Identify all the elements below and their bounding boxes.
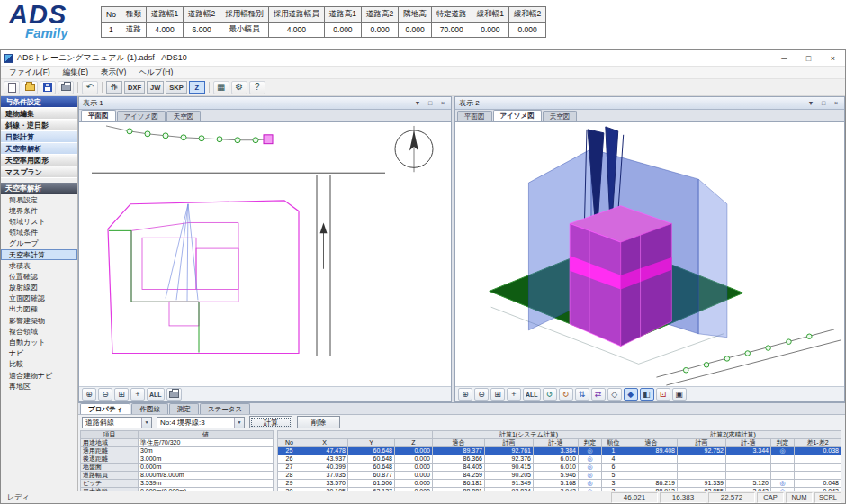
- zoom-in-button[interactable]: ⊕: [82, 388, 96, 400]
- toggle-drawing[interactable]: 作: [106, 81, 122, 94]
- sidebar-module-斜線・逆日影[interactable]: 斜線・逆日影: [1, 120, 77, 131]
- sidebar-item-適合建物ナビ[interactable]: 適合建物ナビ: [1, 370, 77, 381]
- minimize-button[interactable]: ─: [772, 50, 796, 66]
- view2-tab-平面図[interactable]: 平面図: [457, 111, 492, 122]
- menu-item-1[interactable]: ファイル(F): [3, 68, 57, 78]
- sidebar-item-影響建築物[interactable]: 影響建築物: [1, 315, 77, 326]
- fit-all-button[interactable]: ALL: [147, 388, 165, 400]
- sidebar-item-領域条件[interactable]: 領域条件: [1, 228, 77, 238]
- toggle-skp[interactable]: SKP: [166, 81, 186, 94]
- open-file-button[interactable]: [22, 81, 38, 94]
- undo-button[interactable]: ↶: [82, 81, 98, 94]
- road-cell[interactable]: 0.000: [399, 22, 432, 38]
- sidebar-item-再地区[interactable]: 再地区: [1, 381, 77, 392]
- orbit-button[interactable]: ⇅: [575, 388, 590, 400]
- capture-button[interactable]: ⊡: [656, 388, 670, 400]
- rotate-left-button[interactable]: ↺: [543, 388, 557, 400]
- maximize-button[interactable]: □: [796, 50, 821, 66]
- toggle-jw[interactable]: JW: [147, 81, 164, 94]
- zoom-window-button-2[interactable]: ⊞: [490, 388, 505, 400]
- view1-tab-平面図[interactable]: 平面図: [81, 110, 116, 122]
- sidebar-module-天空率用図形[interactable]: 天空率用図形: [1, 155, 77, 166]
- bottom-tab-ステータス[interactable]: ステータス: [200, 403, 250, 414]
- road-cell[interactable]: 0.000: [472, 22, 508, 38]
- pan-button[interactable]: +: [130, 388, 145, 400]
- sidebar-module-日影計算[interactable]: 日影計算: [1, 131, 77, 143]
- help-button[interactable]: ?: [249, 81, 266, 94]
- road-cell[interactable]: 4.000: [146, 22, 183, 38]
- sidebar-item-求積表[interactable]: 求積表: [1, 260, 77, 271]
- transparency-mode-button[interactable]: ◧: [640, 388, 654, 400]
- print-button[interactable]: [58, 81, 74, 94]
- view2-tab-アイソメ図[interactable]: アイソメ図: [493, 110, 542, 122]
- view2-pane-close-icon[interactable]: ×: [832, 100, 841, 106]
- prop-value[interactable]: 0.000m: [139, 464, 274, 472]
- save-button[interactable]: [40, 81, 56, 94]
- calc-row-27[interactable]: 2740.39960.6480.00084.40590.4156.010◎6: [278, 464, 842, 472]
- menu-item-3[interactable]: 表示(V): [94, 68, 132, 78]
- view2-pane-float-icon[interactable]: □: [819, 100, 828, 106]
- menu-item-2[interactable]: 編集(E): [57, 68, 94, 78]
- bottom-tab-作図線[interactable]: 作図線: [131, 403, 168, 414]
- bottom-tab-プロパティ[interactable]: プロパティ: [80, 403, 130, 414]
- view2-tab-天空図[interactable]: 天空図: [543, 111, 578, 122]
- sidebar-item-放射線図[interactable]: 放射線図: [1, 283, 77, 293]
- menu-item-4[interactable]: ヘルプ(H): [132, 68, 179, 78]
- sidebar-item-グループ[interactable]: グループ: [1, 238, 77, 249]
- view2-pane-menu-icon[interactable]: ▼: [806, 100, 815, 106]
- shading-mode-button[interactable]: ◆: [624, 388, 638, 400]
- prop-value[interactable]: 30m: [139, 447, 274, 455]
- view1-pane-menu-icon[interactable]: ▼: [413, 100, 422, 106]
- road-cell[interactable]: 4.000: [268, 22, 324, 38]
- view1-canvas[interactable]: [79, 122, 451, 386]
- sidebar-item-境界条件[interactable]: 境界条件: [1, 205, 77, 216]
- wireframe-mode-button[interactable]: ◇: [608, 388, 622, 400]
- road-cell[interactable]: 道路: [121, 22, 146, 38]
- prop-value[interactable]: 3.000m: [139, 455, 274, 464]
- sidebar-item-領域リスト[interactable]: 領域リスト: [1, 216, 77, 227]
- road-cell[interactable]: 70.000: [431, 22, 472, 38]
- sidebar-item-自動カット[interactable]: 自動カット: [1, 337, 77, 347]
- view2-canvas[interactable]: [455, 122, 844, 386]
- road-cell[interactable]: 最小幅員: [220, 22, 269, 38]
- delete-button[interactable]: 削除: [297, 416, 340, 428]
- sidebar-item-ナビ[interactable]: ナビ: [1, 348, 77, 359]
- chevron-down-icon[interactable]: ▼: [234, 418, 244, 428]
- chevron-down-icon[interactable]: ▼: [141, 418, 151, 428]
- selected-node-marker[interactable]: [264, 135, 273, 144]
- close-button[interactable]: ×: [821, 50, 845, 66]
- bottom-tab-測定[interactable]: 測定: [169, 403, 199, 414]
- calc-row-28[interactable]: 2837.03560.8770.00084.25990.2055.946◎5: [278, 472, 842, 480]
- road-cell[interactable]: 0.000: [362, 22, 399, 38]
- sidebar-item-立面図確認[interactable]: 立面図確認: [1, 293, 77, 304]
- view1-pane-float-icon[interactable]: □: [426, 100, 435, 106]
- prop-value[interactable]: 準住居/70/320: [139, 439, 274, 447]
- sidebar-item-天空率計算[interactable]: 天空率計算: [1, 249, 77, 260]
- sidebar-module-天空率解析[interactable]: 天空率解析: [1, 143, 77, 155]
- fit-all-button-2[interactable]: ALL: [523, 388, 541, 400]
- view1-tab-アイソメ図[interactable]: アイソメ図: [117, 111, 166, 122]
- toggle-z[interactable]: Z: [189, 81, 205, 94]
- view1-pane-close-icon[interactable]: ×: [438, 100, 447, 106]
- pan-button-2[interactable]: +: [507, 388, 521, 400]
- sidebar-item-位置確認[interactable]: 位置確認: [1, 271, 77, 282]
- zoom-window-button[interactable]: ⊞: [114, 388, 129, 400]
- zoom-in-button-2[interactable]: ⊕: [458, 388, 472, 400]
- zoom-out-button-2[interactable]: ⊖: [474, 388, 489, 400]
- road-cell[interactable]: 6.000: [184, 22, 220, 38]
- toggle-dxf[interactable]: DXF: [124, 81, 145, 94]
- print-view-button[interactable]: [166, 388, 182, 400]
- zoom-out-button[interactable]: ⊖: [98, 388, 112, 400]
- sidebar-module-建物編集[interactable]: 建物編集: [1, 108, 77, 120]
- new-file-button[interactable]: [4, 81, 20, 94]
- calc-row-26[interactable]: 2643.93760.6480.00086.36692.3766.010◎4: [278, 455, 842, 464]
- sidebar-module-マスプラン[interactable]: マスプラン: [1, 166, 77, 178]
- calc-row-29[interactable]: 2933.57061.5060.00086.18191.3495.168◎386…: [278, 480, 842, 488]
- walkthrough-button[interactable]: ⇄: [591, 388, 606, 400]
- prop-value[interactable]: 8.000m/8.000m: [139, 472, 274, 480]
- sidebar-item-簡易設定[interactable]: 簡易設定: [1, 194, 77, 205]
- sidebar-item-比較[interactable]: 比較: [1, 359, 77, 370]
- road-cell[interactable]: 0.000: [324, 22, 361, 38]
- sidebar-module-与条件設定[interactable]: 与条件設定: [1, 96, 77, 108]
- measure-button[interactable]: ▦: [213, 81, 230, 94]
